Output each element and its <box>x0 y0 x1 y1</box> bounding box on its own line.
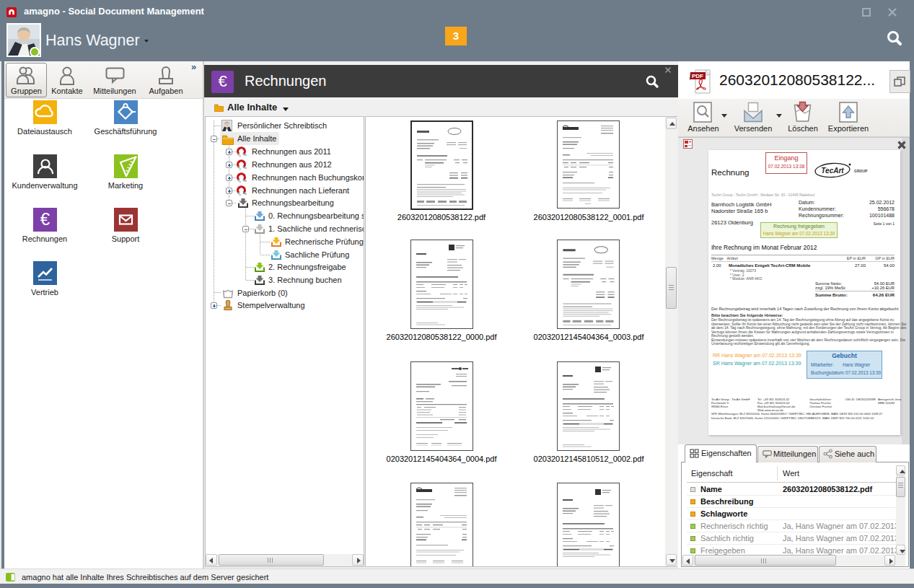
svg-text:GROUP: GROUP <box>854 169 868 173</box>
svg-text:TecArt: TecArt <box>821 167 844 175</box>
svg-text:PDF: PDF <box>692 73 703 79</box>
